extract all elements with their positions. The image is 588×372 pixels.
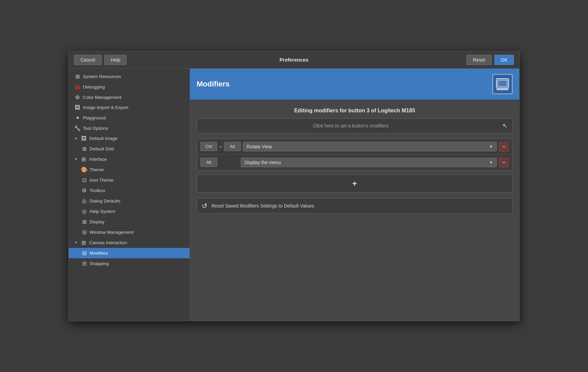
plus-separator-1: + (219, 144, 222, 149)
modifiers-header-icon (496, 77, 509, 91)
sidebar-item-modifiers[interactable]: ⊟ Modifiers (69, 248, 190, 258)
dialog-defaults-icon: ◎ (81, 198, 88, 204)
preferences-dialog: Cancel Help Preferences Reset OK ⊞ Syste… (68, 51, 520, 321)
title-bar: Cancel Help Preferences Reset OK (69, 51, 519, 69)
ok-button[interactable]: OK (494, 55, 514, 65)
action-label-1: Rotate View (247, 144, 272, 149)
sidebar-item-label: Image Import & Export (83, 105, 128, 110)
title-bar-right-buttons: Reset OK (466, 55, 514, 65)
input-placeholder-text: Click here to set a button's modifiers (202, 123, 500, 128)
sidebar-item-label: Dialog Defaults (90, 198, 121, 203)
action-dropdown-2[interactable]: Display the menu ▼ (241, 158, 497, 167)
help-button[interactable]: Help (104, 55, 127, 65)
interface-icon: ⊞ (80, 156, 87, 162)
reset-icon: ↺ (202, 202, 207, 210)
expand-arrow-canvas-interaction: ▼ (74, 240, 78, 245)
sidebar-item-help-system[interactable]: ◎ Help System (69, 206, 190, 217)
editing-title: Editing modifiers for button 3 of Logite… (197, 108, 513, 114)
sidebar-item-system-resources[interactable]: ⊞ System Resources (69, 71, 190, 82)
sidebar-item-label: Tool Options (83, 126, 108, 131)
sidebar-item-interface[interactable]: ▼ ⊞ Interface (69, 154, 190, 164)
theme-icon: 🎨 (81, 166, 88, 173)
main-content: ⊞ System Resources 🐞 Debugging ⚙ Color M… (69, 69, 519, 321)
snapping-icon: ⊟ (81, 260, 88, 267)
dialog-title: Preferences (280, 57, 308, 63)
system-resources-icon: ⊞ (74, 73, 81, 80)
section-icon (492, 74, 513, 94)
default-image-icon: 🖼 (80, 136, 87, 142)
key-ctrl: Ctrl (200, 142, 217, 151)
sidebar-item-theme[interactable]: 🎨 Theme (69, 164, 190, 175)
action-dropdown-1[interactable]: Rotate View ▼ (243, 142, 497, 151)
sidebar-item-canvas-interaction[interactable]: ▼ ⊞ Canvas Interaction (69, 237, 190, 248)
expand-arrow-interface: ▼ (74, 157, 78, 161)
minus-icon-2: − (502, 159, 506, 165)
sidebar-item-label: Display (90, 219, 104, 224)
modifier-input-bar[interactable]: Click here to set a button's modifiers ↖ (197, 118, 513, 133)
tool-options-icon: 🔧 (74, 125, 81, 132)
sidebar-item-label: Icon Theme (90, 178, 113, 183)
sidebar: ⊞ System Resources 🐞 Debugging ⚙ Color M… (69, 69, 190, 321)
modifiers-icon: ⊟ (81, 250, 88, 256)
sidebar-item-default-image[interactable]: ▼ 🖼 Default Image (69, 134, 190, 144)
sidebar-item-label: Default Grid (90, 146, 114, 151)
sidebar-item-snapping[interactable]: ⊟ Snapping (69, 258, 190, 269)
dropdown-chevron-2: ▼ (489, 160, 493, 165)
sidebar-item-window-management[interactable]: ⊟ Window Management (69, 227, 190, 237)
reset-button[interactable]: Reset (466, 55, 492, 65)
expand-arrow-default-image: ▼ (74, 137, 78, 141)
key-alt-1: Alt (224, 142, 241, 151)
sidebar-item-label: Snapping (90, 261, 109, 266)
key-alt-2: Alt (200, 158, 217, 167)
sidebar-item-debugging[interactable]: 🐞 Debugging (69, 82, 190, 92)
sidebar-item-label: Default Image (89, 136, 118, 141)
sidebar-item-label: Canvas Interaction (89, 240, 127, 245)
section-title: Modifiers (197, 80, 230, 88)
toolbox-icon: ⚙ (81, 187, 88, 194)
action-label-2: Display the menu (244, 160, 281, 165)
minus-icon-1: − (502, 144, 506, 150)
sidebar-item-label: Modifiers (90, 251, 108, 256)
sidebar-item-label: Window Management (90, 230, 134, 235)
help-system-icon: ◎ (81, 208, 88, 215)
reset-bar-label: Reset Saved Modifiers Settings to Defaul… (211, 203, 314, 209)
remove-button-2[interactable]: − (499, 157, 509, 168)
default-grid-icon: ⊞ (81, 146, 88, 152)
sidebar-item-tool-options[interactable]: 🔧 Tool Options (69, 123, 190, 134)
icon-theme-icon: ⊡ (81, 177, 88, 183)
sidebar-item-label: Color Management (83, 95, 122, 100)
window-management-icon: ⊟ (81, 229, 88, 235)
sidebar-item-icon-theme[interactable]: ⊡ Icon Theme (69, 175, 190, 185)
sidebar-item-default-grid[interactable]: ⊞ Default Grid (69, 144, 190, 154)
sidebar-item-label: Interface (89, 157, 107, 162)
dropdown-chevron-1: ▼ (489, 144, 493, 149)
sidebar-item-color-management[interactable]: ⚙ Color Management (69, 92, 190, 103)
sidebar-item-label: Help System (90, 209, 116, 214)
canvas-interaction-icon: ⊞ (80, 239, 87, 246)
content-body: Editing modifiers for button 3 of Logite… (190, 100, 519, 321)
cancel-button[interactable]: Cancel (74, 55, 102, 65)
sidebar-item-image-import-export[interactable]: 🖼 Image Import & Export (69, 103, 190, 113)
sidebar-item-display[interactable]: ⊞ Display (69, 217, 190, 227)
sidebar-item-label: Toolbox (90, 188, 105, 193)
debugging-icon: 🐞 (74, 84, 81, 90)
color-management-icon: ⚙ (74, 94, 81, 101)
content-header: Modifiers (190, 69, 519, 100)
content-area: Modifiers Editing modifiers for button 3… (190, 69, 519, 321)
title-bar-left-buttons: Cancel Help (74, 55, 127, 65)
sidebar-item-label: Debugging (83, 84, 105, 89)
sidebar-item-playground[interactable]: ✦ Playground (69, 113, 190, 123)
svg-rect-2 (496, 89, 509, 90)
remove-button-1[interactable]: − (499, 142, 509, 152)
modifier-row-2: Alt Display the menu ▼ − (197, 155, 512, 170)
modifier-rows-container: Ctrl + Alt Rotate View ▼ − Alt (197, 139, 513, 171)
plus-icon: + (352, 179, 357, 188)
sidebar-item-toolbox[interactable]: ⚙ Toolbox (69, 185, 190, 196)
sidebar-item-label: Theme (90, 167, 104, 172)
sidebar-item-dialog-defaults[interactable]: ◎ Dialog Defaults (69, 196, 190, 206)
reset-modifiers-button[interactable]: ↺ Reset Saved Modifiers Settings to Defa… (197, 198, 513, 214)
image-import-export-icon: 🖼 (74, 105, 81, 111)
display-icon: ⊞ (81, 219, 88, 225)
cursor-icon: ↖ (502, 122, 508, 129)
add-modifier-button[interactable]: + (197, 175, 513, 193)
